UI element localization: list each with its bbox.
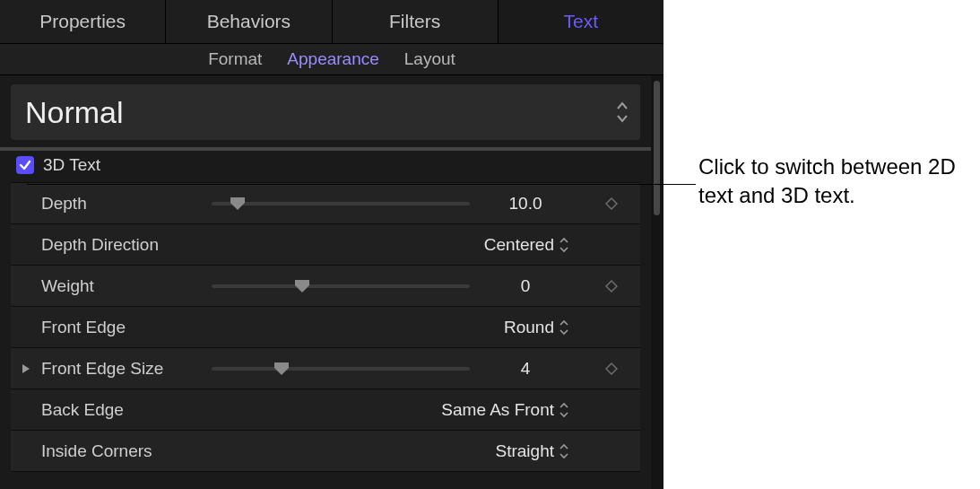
popup-value-text: Straight <box>496 441 554 461</box>
slider-thumb[interactable] <box>230 197 246 210</box>
row-weight: ▶ Weight 0 <box>11 266 640 307</box>
keyframe-weight[interactable] <box>583 280 640 293</box>
control-inside-corners: Straight <box>212 431 583 471</box>
row-depth: ▶ Depth 10.0 <box>11 183 640 224</box>
section-header-3d-text: 3D Text <box>11 147 640 183</box>
label-weight: Weight <box>41 276 212 296</box>
disclosure-triangle-icon <box>22 363 30 374</box>
inspector-body: Normal 3D Text <box>0 75 663 489</box>
popup-value-text: Same As Front <box>441 400 554 420</box>
popup-inside-corners[interactable]: Straight <box>496 441 570 461</box>
slider-track <box>212 367 470 371</box>
popup-value-text: Round <box>504 318 554 337</box>
section-title-3d-text: 3D Text <box>43 155 100 175</box>
value-weight[interactable]: 0 <box>481 276 570 296</box>
slider-front-edge-size[interactable] <box>212 361 470 377</box>
scrollbar-thumb[interactable] <box>654 81 660 215</box>
keyframe-depth[interactable] <box>583 197 640 210</box>
row-depth-direction: ▶ Depth Direction Centered <box>11 224 640 266</box>
value-front-edge-size[interactable]: 4 <box>481 359 570 379</box>
tab-behaviors[interactable]: Behaviors <box>166 0 332 43</box>
slider-track <box>212 202 470 205</box>
label-inside-corners: Inside Corners <box>41 441 212 461</box>
slider-track <box>212 284 470 288</box>
label-back-edge: Back Edge <box>41 400 212 420</box>
checkbox-3d-text[interactable] <box>16 156 34 174</box>
disclosure-front-edge-size[interactable] <box>11 363 41 374</box>
label-depth: Depth <box>41 194 212 214</box>
tab-text[interactable]: Text <box>499 0 663 43</box>
text-subtab-row: Format Appearance Layout <box>0 43 663 75</box>
popup-value-text: Centered <box>484 235 554 255</box>
popup-back-edge[interactable]: Same As Front <box>441 400 570 420</box>
tab-filters[interactable]: Filters <box>333 0 499 43</box>
subtab-appearance[interactable]: Appearance <box>287 49 378 69</box>
style-preset-popup[interactable]: Normal <box>11 84 640 140</box>
row-back-edge: ▶ Back Edge Same As Front <box>11 389 640 431</box>
slider-thumb[interactable] <box>294 280 310 293</box>
updown-stepper-icon <box>559 402 568 418</box>
updown-stepper-icon <box>559 237 568 253</box>
label-front-edge: Front Edge <box>41 318 212 337</box>
section-divider <box>0 147 651 151</box>
popup-depth-direction[interactable]: Centered <box>484 235 570 255</box>
value-depth[interactable]: 10.0 <box>481 194 570 214</box>
control-front-edge-size: 4 <box>212 348 583 389</box>
row-front-edge-size: Front Edge Size 4 <box>11 348 640 389</box>
inspector-body-content: Normal 3D Text <box>0 75 651 489</box>
control-front-edge: Round <box>212 307 583 347</box>
callout-leader-line <box>27 184 696 185</box>
label-depth-direction: Depth Direction <box>41 235 212 255</box>
updown-stepper-icon <box>559 319 568 336</box>
inspector-tab-row: Properties Behaviors Filters Text <box>0 0 663 43</box>
param-rows: ▶ Depth 10.0 <box>11 183 640 472</box>
inspector-scrollbar[interactable] <box>651 75 663 489</box>
inspector-panel: Properties Behaviors Filters Text Format… <box>0 0 663 489</box>
tab-properties[interactable]: Properties <box>0 0 166 43</box>
style-preset-label: Normal <box>25 95 124 130</box>
updown-stepper-icon <box>559 443 568 459</box>
slider-weight[interactable] <box>212 278 470 294</box>
label-front-edge-size: Front Edge Size <box>41 359 212 379</box>
control-back-edge: Same As Front <box>212 389 583 430</box>
updown-stepper-icon <box>617 100 628 124</box>
slider-thumb[interactable] <box>273 362 290 375</box>
control-depth: 10.0 <box>212 183 583 223</box>
slider-depth[interactable] <box>212 196 470 212</box>
row-front-edge: ▶ Front Edge Round <box>11 307 640 348</box>
callout-text: Click to switch between 2D text and 3D t… <box>698 153 967 211</box>
control-depth-direction: Centered <box>212 224 583 265</box>
subtab-layout[interactable]: Layout <box>404 49 455 69</box>
keyframe-front-edge-size[interactable] <box>583 362 640 375</box>
popup-front-edge[interactable]: Round <box>504 318 570 337</box>
subtab-format[interactable]: Format <box>208 49 262 69</box>
control-weight: 0 <box>212 266 583 306</box>
row-inside-corners: ▶ Inside Corners Straight <box>11 431 640 472</box>
